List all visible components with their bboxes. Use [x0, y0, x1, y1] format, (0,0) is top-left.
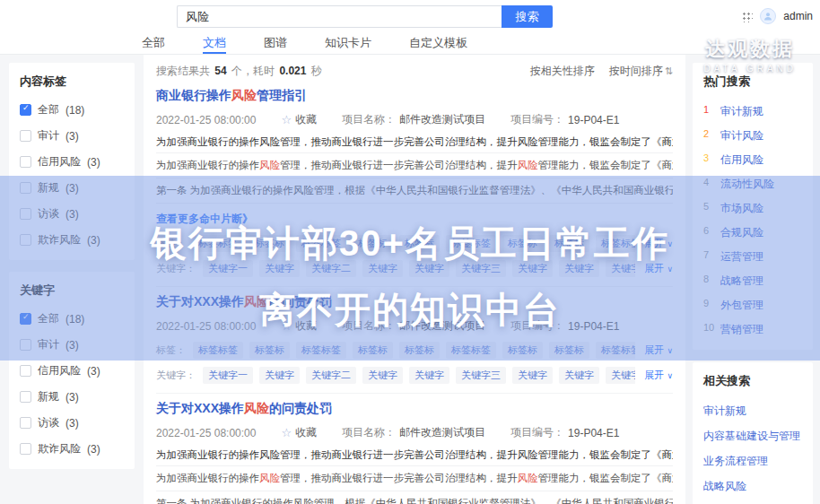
- keyword-chip[interactable]: 关键字一: [203, 260, 253, 277]
- tag-chip[interactable]: 标签标签: [296, 342, 346, 359]
- tag-chip[interactable]: 标签标签: [446, 342, 496, 359]
- search-input[interactable]: [177, 5, 502, 28]
- checkbox[interactable]: [20, 130, 31, 142]
- expand-button[interactable]: 展开 ∨: [644, 369, 673, 382]
- keyword-chip[interactable]: 关键字: [259, 260, 300, 277]
- filter-item[interactable]: 新规 (3): [20, 389, 124, 404]
- tag-chip[interactable]: 标签标: [502, 235, 543, 252]
- tab-all[interactable]: 全部: [142, 32, 165, 54]
- keywords-row: 关键字： 关键字一关键字关键字二关键字关键字关键字三关键字关键字关键字三关键字关…: [156, 367, 673, 384]
- tag-chip[interactable]: 标签标签: [596, 342, 635, 359]
- result-title-link[interactable]: 商业银行操作风险管理指引: [156, 88, 673, 104]
- keyword-chip[interactable]: 关键字: [409, 367, 449, 384]
- tag-chip[interactable]: 标签标: [399, 235, 440, 252]
- tag-chip[interactable]: 标签标: [399, 342, 440, 359]
- avatar[interactable]: [760, 8, 776, 24]
- tag-chip[interactable]: 标签标: [549, 235, 589, 252]
- hot-search-item[interactable]: 4流动性风险: [703, 177, 802, 192]
- keyword-chip[interactable]: 关键字三: [456, 260, 506, 277]
- search-button[interactable]: 搜索: [502, 5, 553, 28]
- filter-item[interactable]: 审计 (3): [20, 337, 124, 352]
- related-search-item[interactable]: 审计新规: [703, 404, 802, 419]
- keyword-chip[interactable]: 关键字: [409, 260, 449, 277]
- filter-item[interactable]: 欺诈风险 (3): [20, 441, 124, 456]
- more-snippets-link[interactable]: 查看更多命中片断》: [156, 212, 673, 227]
- hot-search-item[interactable]: 8战略管理: [703, 274, 802, 289]
- keyword-chip[interactable]: 关键字二: [306, 260, 356, 277]
- keyword-chip[interactable]: 关键字二: [306, 367, 356, 384]
- hot-search-item[interactable]: 1审计新规: [703, 104, 802, 119]
- keyword-chip[interactable]: 关键字: [259, 367, 300, 384]
- sort-by-relevance[interactable]: 按相关性排序: [530, 64, 595, 79]
- filter-item[interactable]: 访谈 (3): [20, 415, 124, 430]
- hot-search-item[interactable]: 2审计风险: [703, 128, 802, 143]
- keyword-chip[interactable]: 关键字: [362, 367, 403, 384]
- result-title-link[interactable]: 关于对XXX操作风险的问责处罚: [156, 294, 673, 310]
- checkbox[interactable]: [20, 208, 31, 220]
- tab-custom-template[interactable]: 自定义模板: [409, 32, 467, 54]
- hot-search-item[interactable]: 3信用风险: [703, 152, 802, 168]
- tag-chip[interactable]: 标签标签: [193, 235, 243, 252]
- hot-rank: 4: [703, 177, 713, 192]
- filter-item[interactable]: 全部 (18): [20, 102, 124, 117]
- checkbox[interactable]: [20, 156, 31, 168]
- hot-search-item[interactable]: 9外包管理: [703, 298, 802, 313]
- related-search-item[interactable]: 内容基础建设与管理: [703, 429, 802, 444]
- checkbox[interactable]: [20, 417, 31, 429]
- tag-chip[interactable]: 标签标签: [596, 235, 635, 252]
- result-title-link[interactable]: 关于对XXX操作风险的问责处罚: [156, 401, 673, 417]
- keyword-chip[interactable]: 关键字三: [606, 367, 635, 384]
- expand-button[interactable]: 展开 ∨: [644, 237, 673, 250]
- sort-by-time[interactable]: 按时间排序⇅: [609, 64, 673, 79]
- tab-graph[interactable]: 图谱: [264, 32, 287, 54]
- tag-chip[interactable]: 标签标签: [446, 235, 496, 252]
- related-search-item[interactable]: 业务流程管理: [703, 454, 802, 469]
- filter-item[interactable]: 欺诈风险 (3): [20, 232, 124, 248]
- expand-button[interactable]: 展开 ∨: [644, 343, 673, 357]
- hot-search-item[interactable]: 6合规风险: [703, 225, 802, 240]
- tag-chip[interactable]: 标签标: [502, 342, 543, 359]
- checkbox[interactable]: [20, 104, 31, 116]
- keyword-chip[interactable]: 关键字三: [606, 260, 635, 277]
- filter-item[interactable]: 全部 (18): [20, 311, 124, 326]
- favorite-button[interactable]: ☆ 收藏: [281, 425, 317, 440]
- keyword-chip[interactable]: 关键字: [512, 260, 553, 277]
- apps-grid-icon[interactable]: [741, 11, 753, 22]
- filter-item[interactable]: 访谈 (3): [20, 206, 124, 222]
- filter-item[interactable]: 信用风险 (3): [20, 363, 124, 378]
- hot-search-item[interactable]: 7运营管理: [703, 249, 802, 265]
- filter-item[interactable]: 审计 (3): [20, 128, 124, 143]
- tag-chip[interactable]: 标签标: [353, 235, 393, 252]
- tag-chip[interactable]: 标签标: [549, 342, 589, 359]
- username[interactable]: admin: [783, 10, 813, 22]
- keyword-chip[interactable]: 关键字: [559, 367, 599, 384]
- checkbox[interactable]: [20, 182, 31, 194]
- hot-search-item[interactable]: 5市场风险: [703, 201, 802, 216]
- tag-chip[interactable]: 标签标: [353, 342, 393, 359]
- tag-chip[interactable]: 标签标: [249, 235, 290, 252]
- hot-search-item[interactable]: 10营销管理: [703, 322, 802, 337]
- tag-chip[interactable]: 标签标: [249, 342, 290, 359]
- checkbox[interactable]: [20, 234, 31, 246]
- checkbox[interactable]: [20, 313, 31, 325]
- keyword-chip[interactable]: 关键字三: [456, 367, 506, 384]
- keyword-chip[interactable]: 关键字: [512, 367, 553, 384]
- tag-chip[interactable]: 标签标签: [193, 342, 243, 359]
- tag-chip[interactable]: 标签标签: [296, 235, 346, 252]
- filter-item[interactable]: 信用风险 (3): [20, 154, 124, 169]
- keyword-chip[interactable]: 关键字: [559, 260, 599, 277]
- favorite-button[interactable]: ☆ 收藏: [281, 318, 317, 334]
- keyword-chip[interactable]: 关键字一: [203, 367, 253, 384]
- tab-documents[interactable]: 文档: [203, 32, 226, 54]
- checkbox[interactable]: [20, 443, 31, 455]
- tab-knowledge-cards[interactable]: 知识卡片: [325, 32, 371, 54]
- results-count: 54: [213, 65, 228, 77]
- checkbox[interactable]: [20, 365, 31, 377]
- checkbox[interactable]: [20, 391, 31, 403]
- expand-button[interactable]: 展开 ∨: [644, 262, 673, 275]
- checkbox[interactable]: [20, 339, 31, 351]
- favorite-button[interactable]: ☆ 收藏: [281, 112, 317, 127]
- related-search-item[interactable]: 战略风险: [703, 479, 802, 494]
- filter-item[interactable]: 新规 (3): [20, 180, 124, 196]
- keyword-chip[interactable]: 关键字: [362, 260, 403, 277]
